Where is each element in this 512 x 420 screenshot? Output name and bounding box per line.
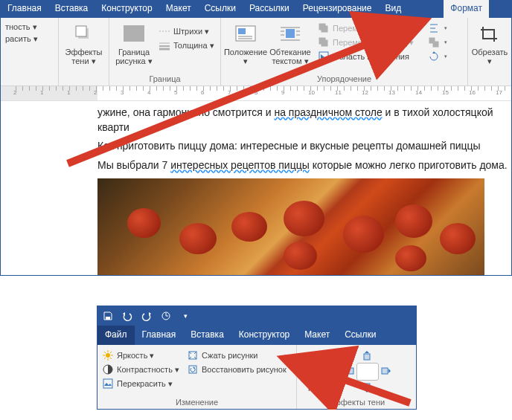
svg-rect-21 (321, 40, 327, 46)
selection-pane-button[interactable]: Область выделения (318, 51, 419, 62)
qat-sync-button[interactable] (160, 310, 172, 322)
tab-format[interactable]: Формат (444, 0, 489, 18)
group-arrange-label: Упорядочение (221, 74, 467, 85)
shadow-effects-button[interactable]: Эффекты тени ▾ (64, 21, 104, 65)
group-shadow-label: Эффекты тени (297, 398, 416, 409)
shadow-effects-button-2[interactable]: Эффекты тени ▾ (301, 348, 337, 392)
svg-rect-8 (238, 28, 246, 34)
tab2-references[interactable]: Ссылки (337, 326, 383, 345)
main-tabs: Главная Вставка Конструктор Макет Ссылки… (1, 0, 511, 18)
shadow-icon (72, 22, 96, 46)
bring-forward-icon (318, 22, 330, 34)
nudge-left-icon (343, 366, 355, 378)
crop-icon (478, 22, 502, 46)
hatch-button[interactable]: Штрихи ▾ (159, 25, 214, 37)
ribbon-bottom: Яркость ▾ Контрастность ▾ Перекрасить ▾ … (97, 345, 416, 409)
recolor-icon (102, 378, 114, 390)
group-crop: Обрезать ▾ (468, 18, 511, 85)
bottom-tabs: Файл Главная Вставка Конструктор Макет С… (97, 326, 416, 345)
tab-view[interactable]: Вид (378, 0, 408, 18)
compress-pictures-button[interactable]: Сжать рисунки (187, 349, 287, 361)
brightness-button-2[interactable]: Яркость ▾ (102, 349, 179, 361)
send-backward-icon (318, 36, 330, 48)
nudge-shadow-right[interactable] (380, 366, 392, 378)
tab2-layout[interactable]: Макет (297, 326, 337, 345)
compress-icon (187, 349, 199, 361)
document-area[interactable]: ужине, она гармонично смотрится и на пра… (1, 106, 511, 275)
svg-line-37 (110, 358, 112, 359)
tab-design[interactable]: Конструктор (95, 0, 159, 18)
nudge-right-icon (380, 366, 392, 378)
qat-redo-button[interactable] (141, 310, 153, 322)
send-backward-button[interactable]: Переместить назад ▾ (318, 36, 419, 48)
tab2-insert[interactable]: Вставка (183, 326, 231, 345)
shadow-preview[interactable] (356, 363, 379, 381)
tab-references[interactable]: Ссылки (198, 0, 243, 18)
tab2-design[interactable]: Конструктор (231, 326, 297, 345)
tab-mailings[interactable]: Рассылки (243, 0, 296, 18)
group-adjust-partial: тность ▾ расить ▾ (1, 18, 59, 85)
doc-line-3: Мы выбрали 7 интересных рецептов пиццы к… (97, 158, 511, 173)
group-change-label: Изменение (97, 398, 296, 409)
bring-forward-button[interactable]: Переместить вперед ▾ (318, 22, 419, 34)
weight-icon (159, 39, 170, 51)
pizza-image[interactable] (97, 178, 484, 275)
position-button[interactable]: Положение ▾ (225, 21, 266, 65)
brightness-icon (102, 349, 114, 361)
top-word-window: Главная Вставка Конструктор Макет Ссылки… (0, 0, 512, 276)
svg-line-38 (104, 358, 106, 359)
bottom-word-window: ▾ Файл Главная Вставка Конструктор Макет… (97, 306, 417, 410)
group-border: Граница рисунка ▾ Штрихи ▾ Толщина ▾ Гра… (109, 18, 221, 85)
tab2-file[interactable]: Файл (97, 326, 135, 345)
svg-rect-29 (106, 317, 110, 320)
wrap-text-button[interactable]: Обтекание текстом ▾ (270, 21, 310, 65)
weight-button[interactable]: Толщина ▾ (159, 39, 214, 51)
svg-rect-1 (76, 26, 86, 36)
ribbon-top: тность ▾ расить ▾ Эффекты тени ▾ (1, 18, 511, 86)
svg-rect-46 (364, 354, 370, 360)
rotate-button[interactable]: ▾ (428, 51, 447, 62)
tab-layout[interactable]: Макет (159, 0, 198, 18)
svg-rect-47 (348, 368, 353, 374)
tab-home[interactable]: Главная (1, 0, 48, 18)
svg-rect-45 (312, 355, 322, 365)
selection-pane-icon (318, 51, 330, 62)
nudge-shadow-left[interactable] (343, 366, 355, 378)
nudge-shadow-down[interactable] (362, 382, 374, 394)
svg-point-31 (106, 353, 110, 358)
contrast-icon (102, 364, 114, 375)
picture-border-button[interactable]: Граница рисунка ▾ (114, 21, 154, 65)
nudge-down-icon (362, 382, 374, 394)
nudge-shadow-up[interactable] (362, 349, 374, 361)
svg-rect-49 (364, 384, 370, 390)
reset-icon (187, 364, 199, 375)
reset-picture-button[interactable]: Восстановить рисунок (187, 364, 287, 375)
group-button[interactable]: ▾ (428, 36, 447, 48)
rotate-icon (428, 51, 440, 62)
shadow-icon-2 (307, 349, 331, 373)
align-button[interactable]: ▾ (428, 22, 447, 34)
group-border-label: Граница (109, 74, 220, 85)
crop-button[interactable]: Обрезать ▾ (472, 21, 508, 65)
wrap-icon (278, 22, 302, 46)
tab-review[interactable]: Рецензирование (296, 0, 379, 18)
position-icon (234, 22, 257, 46)
qat-save-button[interactable] (102, 310, 114, 322)
group-arrange: Положение ▾ Обтекание текстом ▾ Перемест… (221, 18, 468, 85)
horizontal-ruler[interactable]: 211234567891011121314151617 (1, 86, 511, 101)
align-icon (428, 22, 440, 34)
hatch-icon (159, 25, 170, 37)
group-icon (428, 36, 440, 48)
recolor-button-2[interactable]: Перекрасить ▾ (102, 378, 179, 390)
brightness-button[interactable]: тность ▾ (5, 22, 38, 32)
group-shadow-bottom: Эффекты тени ▾ Эффекты тени (297, 345, 416, 409)
qat-customize-button[interactable]: ▾ (179, 310, 191, 322)
qat-undo-button[interactable] (121, 310, 133, 322)
tab2-home[interactable]: Главная (135, 326, 184, 345)
svg-rect-48 (382, 368, 388, 374)
doc-line-2: Как приготовить пиццу дома: интересные и… (97, 139, 511, 154)
tab-insert[interactable]: Вставка (48, 0, 95, 18)
contrast-button-2[interactable]: Контрастность ▾ (102, 364, 179, 375)
recolor-button[interactable]: расить ▾ (5, 34, 38, 44)
nudge-up-icon (362, 349, 374, 361)
